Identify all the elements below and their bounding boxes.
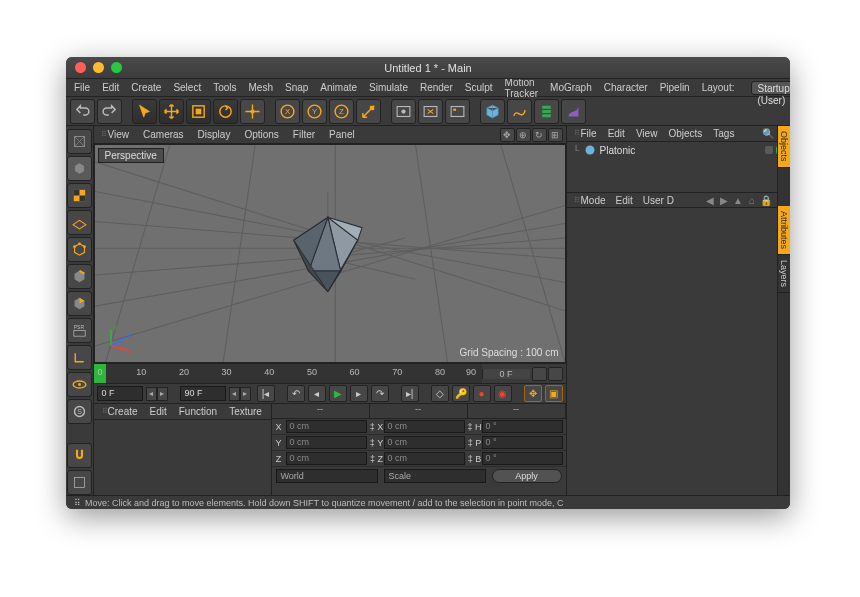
model-mode-button[interactable] — [67, 156, 92, 181]
coord-z-size[interactable]: 0 cm — [384, 452, 465, 465]
menu-animate[interactable]: Animate — [320, 82, 357, 93]
next-key-button[interactable]: ↷ — [371, 385, 389, 402]
coord-z-pos[interactable]: 0 cm — [286, 452, 367, 465]
cube-primitive-button[interactable] — [480, 99, 505, 124]
am-up-icon[interactable]: ▲ — [733, 195, 743, 205]
deformer-button[interactable] — [561, 99, 586, 124]
spline-button[interactable] — [507, 99, 532, 124]
timeline-ruler[interactable]: 0 10 20 30 40 50 60 70 80 90 0 F — [94, 363, 566, 383]
vp-toggle-icon[interactable]: ⊞ — [548, 128, 563, 142]
redo-button[interactable] — [97, 99, 122, 124]
axis-y-button[interactable]: Y — [302, 99, 327, 124]
mm-create[interactable]: Create — [108, 406, 138, 417]
vp-nav-move-icon[interactable]: ✥ — [500, 128, 515, 142]
scale-key-button[interactable]: ▣ — [545, 385, 563, 402]
layout-select[interactable]: Startup (User) — [751, 81, 791, 95]
rotate-tool-button[interactable] — [213, 99, 238, 124]
coord-p-val[interactable]: 0 ° — [482, 436, 563, 449]
edge-mode-button[interactable] — [67, 264, 92, 289]
end-inc-icon[interactable]: ▸ — [240, 387, 251, 401]
texture-mode-button[interactable] — [67, 183, 92, 208]
viewport-solo-button[interactable] — [67, 372, 92, 397]
coord-mode-select[interactable]: Scale — [384, 469, 486, 483]
menu-tools[interactable]: Tools — [213, 82, 236, 93]
record-button[interactable]: ● — [473, 385, 491, 402]
coord-b-val[interactable]: 0 ° — [482, 452, 563, 465]
play-button[interactable]: ▶ — [329, 385, 347, 402]
undo-button[interactable] — [70, 99, 95, 124]
side-tab-layers[interactable]: Layers — [778, 255, 790, 293]
mm-function[interactable]: Function — [179, 406, 217, 417]
keyframe-sel-button[interactable]: ◉ — [494, 385, 512, 402]
am-edit[interactable]: Edit — [616, 195, 633, 206]
psr-button[interactable]: PSR — [67, 318, 92, 343]
coord-x-pos[interactable]: 0 cm — [286, 420, 367, 433]
end-dec-icon[interactable]: ◂ — [229, 387, 240, 401]
menu-snap[interactable]: Snap — [285, 82, 308, 93]
om-objects[interactable]: Objects — [668, 128, 702, 139]
start-dec-icon[interactable]: ◂ — [146, 387, 157, 401]
mm-texture[interactable]: Texture — [229, 406, 262, 417]
coord-y-size[interactable]: 0 cm — [384, 436, 465, 449]
coord-system-button[interactable] — [356, 99, 381, 124]
object-name[interactable]: Platonic — [600, 145, 636, 156]
menu-sculpt[interactable]: Sculpt — [465, 82, 493, 93]
om-file[interactable]: File — [581, 128, 597, 139]
am-fwd-icon[interactable]: ▶ — [719, 195, 729, 205]
om-search-icon[interactable]: 🔍 — [762, 128, 774, 139]
am-userdata[interactable]: User D — [643, 195, 674, 206]
vp-menu-cameras[interactable]: Cameras — [143, 129, 184, 140]
menu-character[interactable]: Character — [604, 82, 648, 93]
vp-nav-zoom-icon[interactable]: ⊕ — [516, 128, 531, 142]
render-pv-button[interactable] — [418, 99, 443, 124]
render-settings-button[interactable] — [445, 99, 470, 124]
menu-select[interactable]: Select — [173, 82, 201, 93]
viewport[interactable]: Perspective — [94, 144, 566, 363]
menu-edit[interactable]: Edit — [102, 82, 119, 93]
vp-menu-options[interactable]: Options — [244, 129, 278, 140]
prev-key-button[interactable]: ↶ — [287, 385, 305, 402]
live-select-button[interactable] — [132, 99, 157, 124]
obj-vis-editor-icon[interactable] — [765, 146, 773, 154]
coord-space-select[interactable]: World — [276, 469, 378, 483]
coord-x-size[interactable]: 0 cm — [384, 420, 465, 433]
start-inc-icon[interactable]: ▸ — [157, 387, 168, 401]
scale-tool-button[interactable] — [186, 99, 211, 124]
axis-z-button[interactable]: Z — [329, 99, 354, 124]
object-row-platonic[interactable]: └ Platonic — [567, 142, 790, 158]
side-tab-attributes[interactable]: Attributes — [778, 206, 790, 255]
point-mode-button[interactable] — [67, 237, 92, 262]
om-edit[interactable]: Edit — [608, 128, 625, 139]
vp-menu-filter[interactable]: Filter — [293, 129, 315, 140]
am-home-icon[interactable]: ⌂ — [747, 195, 757, 205]
menu-motiontracker[interactable]: Motion Tracker — [505, 77, 539, 99]
menu-file[interactable]: File — [74, 82, 90, 93]
apply-button[interactable]: Apply — [492, 469, 562, 483]
make-editable-button[interactable] — [67, 129, 92, 154]
timeline-opt1-icon[interactable] — [532, 367, 547, 381]
snap-button[interactable]: S — [67, 399, 92, 424]
menu-render[interactable]: Render — [420, 82, 453, 93]
om-tags[interactable]: Tags — [713, 128, 734, 139]
prev-frame-button[interactable]: ◂ — [308, 385, 326, 402]
generator-button[interactable] — [534, 99, 559, 124]
vp-menu-display[interactable]: Display — [198, 129, 231, 140]
move-tool-button[interactable] — [159, 99, 184, 124]
go-start-button[interactable]: |◂ — [257, 385, 275, 402]
workplane-snap-button[interactable] — [67, 470, 92, 495]
end-frame-field[interactable]: 90 F — [180, 386, 226, 401]
timeline-opt2-icon[interactable] — [548, 367, 563, 381]
vp-menu-panel[interactable]: Panel — [329, 129, 355, 140]
menu-mograph[interactable]: MoGraph — [550, 82, 592, 93]
pos-key-button[interactable]: ✥ — [524, 385, 542, 402]
mm-edit[interactable]: Edit — [150, 406, 167, 417]
vp-menu-view[interactable]: View — [108, 129, 130, 140]
menu-pipeline[interactable]: Pipelin — [660, 82, 690, 93]
side-tab-objects[interactable]: Objects — [778, 126, 790, 168]
record-key-button[interactable]: ◇ — [431, 385, 449, 402]
next-frame-button[interactable]: ▸ — [350, 385, 368, 402]
axis-lock-button[interactable] — [67, 345, 92, 370]
go-end-button[interactable]: ▸| — [401, 385, 419, 402]
axis-x-button[interactable]: X — [275, 99, 300, 124]
vp-nav-rotate-icon[interactable]: ↻ — [532, 128, 547, 142]
